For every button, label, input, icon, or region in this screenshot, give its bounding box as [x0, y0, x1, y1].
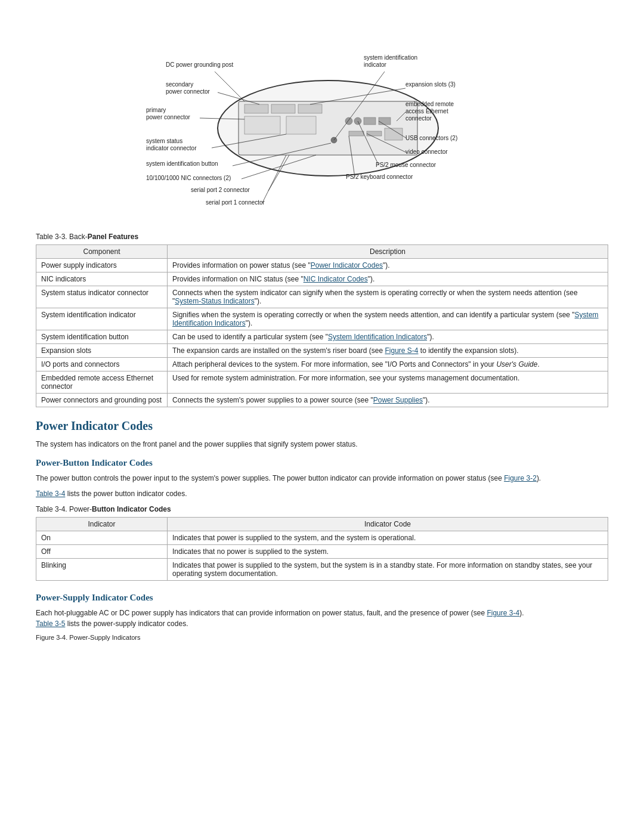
link-power-supplies[interactable]: Power Supplies: [373, 396, 423, 404]
label-secondary-power: secondary: [166, 81, 193, 88]
svg-rect-4: [298, 104, 322, 113]
link-sys-id-btn[interactable]: System Identification Indicators: [328, 333, 427, 341]
label-ps2-keyboard: PS/2 keyboard connector: [346, 174, 413, 180]
label-embedded-remote: embedded remote: [405, 101, 454, 107]
table33-col-description: Description: [168, 245, 608, 259]
table-row: Power supply indicators Provides informa…: [36, 259, 608, 272]
label-ps2-mouse: PS/2 mouse connector: [376, 162, 436, 168]
svg-rect-2: [244, 104, 268, 113]
table-row: Embedded remote access Ethernet connecto…: [36, 371, 608, 394]
power-indicator-intro: The system has indicators on the front p…: [36, 439, 608, 450]
link-table35[interactable]: Table 3-5: [36, 620, 65, 628]
table-row: Blinking Indicates that power is supplie…: [36, 559, 608, 581]
label-sys-id-btn: system identification button: [146, 160, 218, 167]
svg-text:power connector: power connector: [146, 114, 191, 120]
table-row: Expansion slots The expansion cards are …: [36, 344, 608, 358]
label-sys-status: system status: [146, 138, 182, 144]
svg-text:indicator connector: indicator connector: [146, 145, 197, 151]
power-supply-intro: Each hot-pluggable AC or DC power supply…: [36, 608, 608, 629]
svg-text:power connector: power connector: [166, 88, 210, 95]
table33-caption: Table 3-3. Back-Panel Features: [36, 233, 608, 241]
label-dc-power: DC power grounding post: [166, 61, 234, 68]
label-expansion-slots: expansion slots (3): [405, 81, 456, 88]
label-sys-id-ind: system identification: [364, 54, 417, 61]
diagram-svg: DC power grounding post system identific…: [113, 24, 531, 215]
svg-line-15: [215, 72, 244, 101]
svg-rect-9: [364, 117, 376, 125]
figure34-caption: Figure 3-4. Power-Supply Indicators: [36, 634, 608, 641]
label-primary-power: primary: [146, 107, 166, 113]
section-power-indicator: Power Indicator Codes: [36, 419, 608, 433]
table34-col-indicator: Indicator: [36, 518, 168, 531]
svg-rect-5: [244, 116, 280, 134]
back-panel-diagram: DC power grounding post system identific…: [36, 24, 608, 215]
table-row: Off Indicates that no power is supplied …: [36, 545, 608, 559]
table34-caption: Table 3-4. Power-Button Indicator Codes: [36, 505, 608, 513]
table-row: System identification button Can be used…: [36, 330, 608, 344]
table33-col-component: Component: [36, 245, 168, 259]
table-row: NIC indicators Provides information on N…: [36, 272, 608, 286]
label-nic: 10/100/1000 NIC connectors (2): [146, 175, 231, 181]
subsection-power-supply: Power-Supply Indicator Codes: [36, 593, 608, 603]
svg-text:access Ethernet: access Ethernet: [405, 108, 448, 114]
link-power-indicator[interactable]: Power Indicator Codes: [311, 261, 383, 270]
link-figure-s4[interactable]: Figure S-4: [385, 346, 418, 355]
link-system-status[interactable]: System-Status Indicators: [175, 297, 254, 305]
table-row: I/O ports and connectors Attach peripher…: [36, 358, 608, 371]
label-usb: USB connectors (2): [405, 135, 457, 141]
table33: Component Description Power supply indic…: [36, 244, 608, 407]
svg-rect-10: [379, 117, 391, 125]
link-figure-3-4[interactable]: Figure 3-4: [487, 609, 519, 617]
label-serial2: serial port 2 connector: [191, 187, 250, 193]
subsection-power-button: Power-Button Indicator Codes: [36, 458, 608, 468]
svg-rect-3: [271, 104, 295, 113]
table-row: Power connectors and grounding post Conn…: [36, 394, 608, 407]
label-video: video connector: [405, 148, 448, 155]
svg-text:indicator: indicator: [364, 61, 386, 68]
table34: Indicator Indicator Code On Indicates th…: [36, 517, 608, 581]
link-figure-3-2[interactable]: Figure 3-2: [504, 474, 537, 482]
link-sys-id-ind[interactable]: System Identification Indicators: [172, 311, 599, 327]
svg-rect-6: [286, 116, 316, 134]
link-nic-indicator[interactable]: NIC Indicator Codes: [304, 275, 368, 283]
table34-ref: Table 3-4 lists the power button indicat…: [36, 488, 608, 499]
power-button-intro: The power button controls the power inpu…: [36, 473, 608, 484]
svg-text:connector: connector: [405, 115, 432, 122]
table-row: System identification indicator Signifie…: [36, 308, 608, 330]
svg-rect-12: [367, 131, 382, 136]
link-table34[interactable]: Table 3-4: [36, 490, 65, 498]
table-row: System status indicator connector Connec…: [36, 286, 608, 308]
svg-rect-11: [349, 131, 364, 136]
table34-col-code: Indicator Code: [168, 518, 608, 531]
table-row: On Indicates that power is supplied to t…: [36, 531, 608, 545]
label-serial1: serial port 1 connector: [206, 199, 265, 206]
